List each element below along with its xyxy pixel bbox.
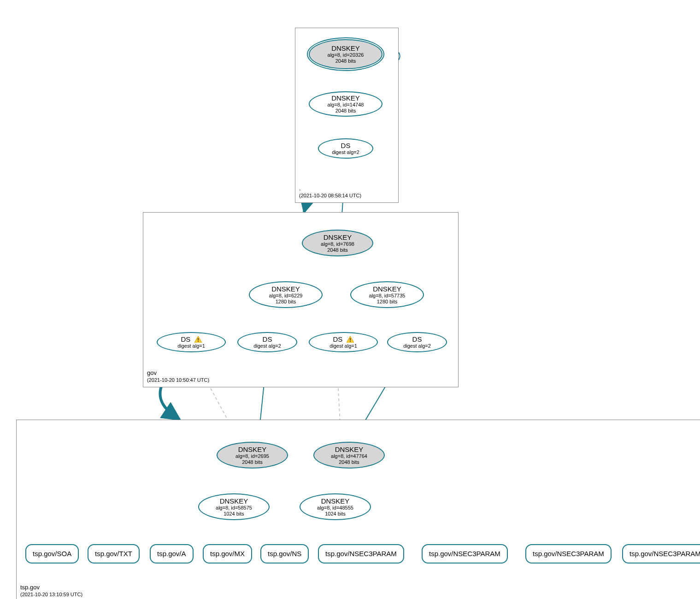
tsp-dnskey-ksk1: DNSKEY alg=8, id=2695 2048 bits [217,442,288,469]
gov-dnskey-ksk: DNSKEY alg=8, id=7698 2048 bits [302,230,373,256]
rr-nsec3param-4: tsp.gov/NSEC3PARAM [622,544,700,563]
rr-ns: tsp.gov/NS [260,544,309,563]
rr-nsec3param-3: tsp.gov/NSEC3PARAM [525,544,612,563]
zone-root-label: . [299,185,301,192]
svg-rect-4 [350,338,351,340]
svg-rect-2 [198,341,199,342]
root-dnskey-zsk: DNSKEY alg=8, id=14748 2048 bits [309,91,382,117]
tsp-dnskey-ksk2: DNSKEY alg=8, id=47764 2048 bits [313,442,385,469]
warning-icon [194,335,202,343]
zone-gov-label: gov [147,369,157,376]
gov-ds1: DS digest alg=1 [157,332,226,352]
svg-rect-5 [350,341,351,342]
rr-a: tsp.gov/A [150,544,194,563]
root-dnskey-ksk: DNSKEY alg=8, id=20326 2048 bits [309,39,382,69]
tsp-dnskey-zsk1: DNSKEY alg=8, id=58575 1024 bits [198,493,270,520]
zone-tsp-label: tsp.gov [20,584,40,591]
gov-dnskey-zsk1: DNSKEY alg=8, id=6229 1280 bits [249,281,323,308]
tsp-dnskey-zsk2: DNSKEY alg=8, id=48555 1024 bits [300,493,371,520]
rr-mx: tsp.gov/MX [203,544,252,563]
warning-icon [347,335,354,343]
rr-nsec3param-1: tsp.gov/NSEC3PARAM [318,544,404,563]
gov-ds3: DS digest alg=1 [309,332,378,352]
gov-ds4: DS digest alg=2 [387,332,447,352]
rr-txt: tsp.gov/TXT [88,544,140,563]
gov-ds2: DS digest alg=2 [237,332,297,352]
zone-tsp-ts: (2021-10-20 13:10:59 UTC) [20,592,82,597]
root-ds: DS digest alg=2 [318,138,373,159]
rr-soa: tsp.gov/SOA [25,544,79,563]
rr-nsec3param-2: tsp.gov/NSEC3PARAM [422,544,508,563]
svg-rect-1 [198,338,199,340]
zone-root-ts: (2021-10-20 08:58:14 UTC) [299,193,361,198]
gov-dnskey-zsk2: DNSKEY alg=8, id=57735 1280 bits [350,281,424,308]
zone-gov-ts: (2021-10-20 10:50:47 UTC) [147,377,209,383]
